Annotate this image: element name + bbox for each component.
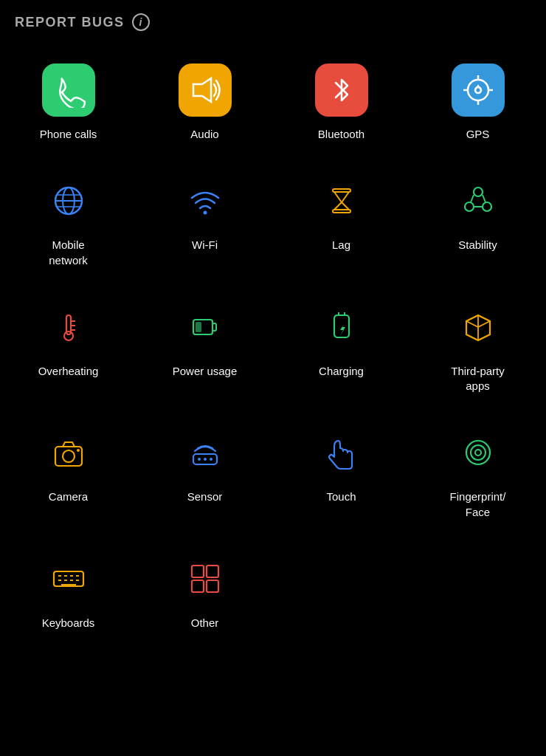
svg-point-34 — [77, 449, 80, 452]
overheating-label: Overheating — [38, 364, 99, 379]
svg-line-18 — [471, 195, 474, 202]
grid-item-touch[interactable]: Touch — [273, 408, 410, 535]
other-icon — [187, 561, 223, 597]
grid-item-third-party[interactable]: Third-partyapps — [410, 283, 546, 409]
grid-item-bluetooth[interactable]: Bluetooth — [273, 46, 410, 157]
stability-icon-wrapper — [452, 174, 505, 227]
camera-label: Camera — [49, 489, 88, 504]
gps-icon-wrapper — [452, 63, 505, 117]
svg-point-36 — [198, 458, 201, 461]
grid-item-charging[interactable]: Charging — [273, 283, 410, 409]
bluetooth-label: Bluetooth — [318, 127, 364, 142]
grid-item-audio[interactable]: Audio — [136, 46, 273, 157]
svg-rect-14 — [333, 210, 350, 213]
charging-icon — [324, 309, 359, 345]
audio-label: Audio — [190, 127, 218, 142]
power-usage-icon-wrapper — [179, 300, 232, 354]
svg-rect-54 — [192, 580, 204, 592]
grid-item-overheating[interactable]: Overheating — [0, 283, 136, 409]
keyboards-icon — [51, 561, 86, 597]
svg-point-16 — [465, 202, 474, 211]
wifi-label: Wi-Fi — [192, 238, 218, 252]
grid-item-keyboards[interactable]: Keyboards — [0, 535, 136, 645]
other-label: Other — [191, 616, 219, 630]
bluetooth-icon-wrapper — [315, 63, 368, 117]
stability-label: Stability — [458, 238, 497, 252]
svg-rect-53 — [207, 566, 218, 577]
keyboards-icon-wrapper — [42, 552, 95, 605]
grid-item-fingerprint[interactable]: Fingerprint/Face — [410, 408, 546, 535]
third-party-label: Third-partyapps — [451, 364, 505, 394]
camera-icon — [51, 435, 86, 470]
lag-icon-wrapper — [315, 174, 368, 227]
grid-item-gps[interactable]: GPS — [410, 46, 546, 157]
grid-item-camera[interactable]: Camera — [0, 408, 136, 535]
svg-point-40 — [471, 445, 485, 460]
mobile-network-icon-wrapper — [42, 174, 95, 227]
svg-point-39 — [466, 441, 490, 464]
overheating-icon-wrapper — [42, 300, 95, 354]
svg-rect-28 — [196, 322, 201, 332]
audio-icon-wrapper — [179, 63, 232, 117]
svg-rect-27 — [212, 323, 216, 331]
gps-icon — [460, 72, 496, 108]
touch-icon — [324, 435, 359, 470]
svg-line-19 — [483, 195, 485, 202]
svg-rect-52 — [192, 566, 204, 577]
bug-category-grid: Phone calls Audio Bluetooth — [0, 38, 546, 653]
grid-item-power-usage[interactable]: Power usage — [136, 283, 273, 409]
lag-icon — [324, 183, 359, 219]
grid-item-wifi[interactable]: Wi-Fi — [136, 157, 273, 283]
lag-label: Lag — [332, 238, 350, 252]
keyboards-label: Keyboards — [42, 616, 95, 630]
svg-rect-29 — [334, 315, 349, 337]
info-icon[interactable]: i — [132, 13, 150, 31]
svg-point-41 — [475, 450, 481, 456]
charging-icon-wrapper — [315, 300, 368, 354]
svg-point-37 — [204, 458, 207, 461]
svg-point-22 — [64, 331, 73, 340]
touch-label: Touch — [326, 489, 356, 504]
mobile-network-icon — [51, 183, 86, 219]
mobile-network-label: Mobilenetwork — [49, 238, 88, 268]
third-party-icon — [460, 309, 496, 345]
phone-calls-label: Phone calls — [40, 127, 97, 142]
grid-item-lag[interactable]: Lag — [273, 157, 410, 283]
camera-icon-wrapper — [42, 426, 95, 479]
sensor-icon — [187, 435, 223, 470]
other-icon-wrapper — [179, 552, 232, 605]
wifi-icon — [187, 183, 223, 219]
svg-point-38 — [210, 458, 212, 461]
svg-rect-13 — [333, 189, 350, 192]
charging-label: Charging — [319, 364, 364, 379]
header: REPORT BUGS i — [0, 0, 546, 38]
svg-point-33 — [63, 450, 75, 462]
fingerprint-icon-wrapper — [452, 426, 505, 479]
svg-point-17 — [483, 202, 491, 211]
phone-calls-icon-wrapper — [42, 63, 95, 117]
power-usage-label: Power usage — [173, 364, 238, 379]
stability-icon — [460, 183, 496, 219]
grid-item-phone-calls[interactable]: Phone calls — [0, 46, 136, 157]
svg-marker-0 — [193, 78, 211, 102]
svg-rect-55 — [207, 580, 218, 592]
grid-item-sensor[interactable]: Sensor — [136, 408, 273, 535]
power-usage-icon — [187, 309, 223, 345]
grid-item-stability[interactable]: Stability — [410, 157, 546, 283]
wifi-icon-wrapper — [179, 174, 232, 227]
audio-icon — [187, 72, 223, 108]
sensor-icon-wrapper — [179, 426, 232, 479]
phone-calls-icon — [51, 72, 86, 108]
grid-item-other[interactable]: Other — [136, 535, 273, 645]
svg-point-1 — [468, 80, 488, 100]
svg-point-15 — [474, 188, 483, 196]
svg-point-12 — [203, 211, 207, 215]
grid-item-mobile-network[interactable]: Mobilenetwork — [0, 157, 136, 283]
third-party-icon-wrapper — [452, 300, 505, 354]
sensor-label: Sensor — [187, 489, 223, 504]
fingerprint-icon — [460, 435, 496, 470]
page-title: REPORT BUGS — [15, 15, 125, 30]
gps-label: GPS — [466, 127, 490, 142]
bluetooth-icon — [324, 72, 359, 108]
fingerprint-label: Fingerprint/Face — [450, 489, 506, 520]
